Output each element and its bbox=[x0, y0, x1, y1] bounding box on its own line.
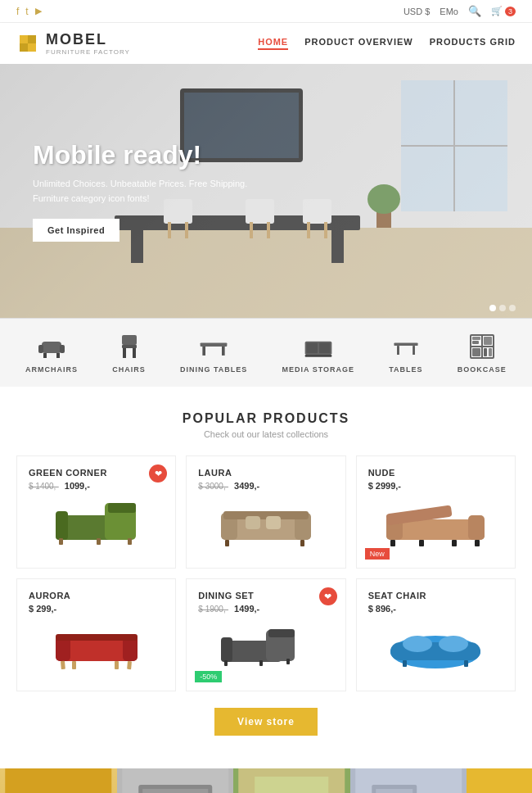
svg-rect-86 bbox=[221, 637, 232, 662]
svg-rect-90 bbox=[286, 659, 290, 664]
svg-point-93 bbox=[403, 636, 432, 652]
top-bar-right: USD $ EMo 🔍 🛒 3 bbox=[404, 5, 516, 17]
svg-rect-56 bbox=[108, 503, 136, 513]
svg-rect-65 bbox=[266, 516, 281, 529]
chairs-icon bbox=[113, 332, 146, 360]
svg-rect-32 bbox=[123, 348, 126, 358]
product-img-3 bbox=[29, 614, 164, 679]
search-icon[interactable]: 🔍 bbox=[468, 5, 481, 17]
product-img-1 bbox=[198, 491, 333, 556]
svg-rect-40 bbox=[304, 355, 331, 357]
cart-count: 3 bbox=[505, 7, 516, 16]
dining-tables-icon bbox=[197, 332, 230, 360]
product-card-nude[interactable]: NUDE $ 2999,- New bbox=[356, 455, 516, 569]
svg-rect-29 bbox=[56, 353, 60, 358]
category-chairs-label: CHAIRS bbox=[112, 365, 146, 374]
svg-rect-48 bbox=[472, 341, 479, 344]
product-card-green-corner[interactable]: GREEN CORNER $ 1400,- 1099,- ❤ bbox=[16, 455, 176, 569]
svg-rect-42 bbox=[397, 346, 399, 355]
product-card-aurora[interactable]: AURORA $ 299,- bbox=[16, 578, 176, 691]
svg-point-94 bbox=[439, 636, 468, 652]
svg-rect-95 bbox=[403, 660, 407, 667]
cart-icon[interactable]: 🛒 3 bbox=[491, 6, 516, 16]
svg-rect-59 bbox=[128, 538, 132, 545]
category-media-storage[interactable]: MEDIA STORAGE bbox=[282, 332, 355, 374]
category-dining-tables-label: DINING TABLES bbox=[180, 365, 247, 374]
category-armchairs-label: ARMCHAIRS bbox=[25, 365, 78, 374]
account-link[interactable]: EMo bbox=[440, 7, 458, 16]
facebook-link[interactable]: f bbox=[16, 6, 19, 17]
category-armchairs[interactable]: ARMCHAIRS bbox=[25, 332, 78, 374]
svg-rect-82 bbox=[115, 661, 119, 669]
product-name-3: AURORA bbox=[29, 591, 164, 600]
svg-rect-26 bbox=[38, 345, 43, 353]
svg-rect-80 bbox=[61, 661, 65, 669]
categories-bar: ARMCHAIRS CHAIRS DINING TABLES bbox=[0, 318, 532, 387]
product-price-2: $ 2999,- bbox=[368, 481, 503, 491]
hero-content: Mobile ready! Unlimited Choices. Unbeata… bbox=[33, 140, 499, 242]
room-plus-button[interactable]: + bbox=[467, 768, 532, 793]
nav-product-overview[interactable]: PRODUCT OVERVIEW bbox=[304, 37, 413, 50]
product-name-5: SEAT CHAIR bbox=[368, 591, 503, 600]
wishlist-btn-0[interactable]: ❤ bbox=[149, 464, 167, 483]
get-inspired-button[interactable]: Get Inspired bbox=[33, 219, 119, 242]
svg-rect-28 bbox=[43, 353, 47, 358]
svg-rect-66 bbox=[225, 540, 229, 546]
product-price-3: $ 299,- bbox=[29, 604, 164, 614]
svg-rect-0 bbox=[20, 35, 28, 43]
category-media-storage-label: MEDIA STORAGE bbox=[282, 365, 355, 374]
product-name-0: GREEN CORNER bbox=[29, 468, 164, 478]
product-card-dining-set[interactable]: DINING SET $ 1900,- 1499,- ❤ -50% bbox=[186, 578, 345, 691]
svg-rect-79 bbox=[56, 634, 138, 641]
nav-products-grid[interactable]: PRODUCTS GRID bbox=[430, 37, 516, 50]
hero-section: Mobile ready! Unlimited Choices. Unbeata… bbox=[0, 64, 532, 318]
svg-rect-89 bbox=[259, 660, 263, 666]
wishlist-btn-4[interactable]: ❤ bbox=[319, 587, 337, 605]
product-name-2: NUDE bbox=[368, 468, 503, 478]
currency-selector[interactable]: USD $ bbox=[404, 7, 430, 16]
svg-rect-34 bbox=[201, 342, 228, 347]
room-bedroom[interactable]: 🛏 Bedroom bbox=[0, 768, 117, 793]
nav-home[interactable]: HOME bbox=[258, 37, 288, 50]
svg-rect-96 bbox=[464, 660, 468, 667]
product-price-1: $ 3000,- 3499,- bbox=[198, 481, 333, 491]
category-tables[interactable]: TABLES bbox=[389, 332, 422, 374]
category-chairs[interactable]: CHAIRS bbox=[112, 332, 146, 374]
category-bookcase[interactable]: BOOKCASE bbox=[458, 332, 507, 374]
logo[interactable]: MOBEL FURNITURE FACTORY bbox=[16, 31, 130, 56]
product-card-seat-chair[interactable]: SEAT CHAIR $ 896,- bbox=[356, 578, 516, 691]
youtube-link[interactable]: ▶ bbox=[35, 6, 42, 16]
svg-rect-43 bbox=[413, 346, 415, 355]
popular-title: POPULAR PRODUCTS bbox=[16, 411, 516, 426]
product-img-5 bbox=[368, 614, 503, 679]
top-bar: f t ▶ USD $ EMo 🔍 🛒 3 bbox=[0, 0, 532, 23]
room-bathroom[interactable]: 🛁 Bathroom bbox=[350, 768, 467, 793]
svg-rect-64 bbox=[246, 516, 260, 529]
room-living[interactable]: 🛋 Living room bbox=[117, 768, 234, 793]
hero-dot-1[interactable] bbox=[489, 305, 496, 311]
svg-rect-1 bbox=[28, 35, 36, 43]
svg-rect-87 bbox=[268, 629, 295, 637]
category-dining-tables[interactable]: DINING TABLES bbox=[180, 332, 247, 374]
hero-dot-2[interactable] bbox=[499, 305, 506, 311]
svg-rect-51 bbox=[484, 348, 487, 356]
svg-rect-124 bbox=[255, 777, 328, 793]
svg-rect-41 bbox=[394, 342, 417, 346]
room-gallery: 🛏 Bedroom 🛋 bbox=[0, 768, 532, 793]
svg-rect-67 bbox=[300, 540, 304, 546]
svg-rect-114 bbox=[142, 789, 208, 793]
product-name-4: DINING SET bbox=[198, 591, 333, 600]
twitter-link[interactable]: t bbox=[25, 6, 28, 17]
logo-text: MOBEL bbox=[46, 31, 107, 48]
bookcase-icon bbox=[466, 332, 498, 360]
view-store-button[interactable]: View store bbox=[214, 708, 318, 736]
svg-rect-31 bbox=[122, 345, 137, 348]
category-bookcase-label: BOOKCASE bbox=[458, 365, 507, 374]
svg-rect-49 bbox=[484, 337, 492, 345]
hero-dot-3[interactable] bbox=[509, 305, 516, 311]
product-img-0 bbox=[29, 491, 164, 556]
room-office[interactable]: 💼 Office bbox=[233, 768, 350, 793]
section-title: POPULAR PRODUCTS Check out our latest co… bbox=[16, 411, 516, 439]
main-nav: MOBEL FURNITURE FACTORY HOME PRODUCT OVE… bbox=[0, 23, 532, 64]
product-card-laura[interactable]: LAURA $ 3000,- 3499,- bbox=[186, 455, 345, 569]
